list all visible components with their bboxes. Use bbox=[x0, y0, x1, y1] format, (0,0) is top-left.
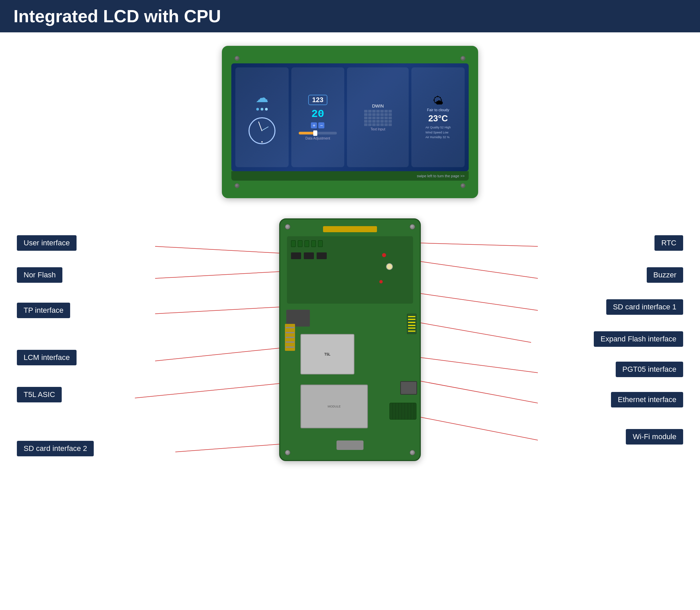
weather-stats: Air Quality 52 High Wind Speed Low Air H… bbox=[425, 125, 451, 140]
weather-temperature: 23°C bbox=[428, 113, 448, 124]
screw-br bbox=[461, 183, 465, 188]
air-quality: Air Quality 52 High bbox=[425, 125, 451, 130]
pcb-screw-bl bbox=[285, 450, 290, 455]
svg-line-7 bbox=[421, 261, 538, 278]
label-nor-flash: Nor Flash bbox=[17, 267, 62, 283]
svg-line-8 bbox=[421, 293, 538, 310]
pcb-top-connector bbox=[323, 226, 377, 232]
screw-tl bbox=[235, 56, 239, 61]
label-buzzer: Buzzer bbox=[647, 267, 683, 283]
svg-line-11 bbox=[421, 381, 538, 403]
label-pgt05: PGT05 interface bbox=[616, 362, 683, 377]
label-tp-interface: TP interface bbox=[17, 303, 70, 318]
wind-speed: Wind Speed Low bbox=[425, 130, 451, 135]
keyboard-grid bbox=[364, 110, 392, 126]
label-sd-card-1: SD card interface 1 bbox=[606, 299, 683, 315]
pcb-bottom-connector bbox=[337, 440, 363, 450]
screw-bl bbox=[235, 183, 239, 188]
svg-line-1 bbox=[155, 272, 279, 278]
svg-line-12 bbox=[421, 417, 538, 440]
lcd-bottom-bar: swipe left to turn the page >> bbox=[231, 171, 469, 181]
label-rtc: RTC bbox=[654, 235, 683, 251]
t5l-chip: T5L bbox=[300, 334, 354, 374]
page-header: Integrated LCD with CPU bbox=[0, 0, 700, 32]
page-title: Integrated LCD with CPU bbox=[14, 6, 221, 26]
lcd-section: ☁ 123 20 + − bbox=[0, 32, 700, 208]
lcd-panel-cloud: ☁ bbox=[235, 67, 289, 167]
label-sd-card-2: SD card interface 2 bbox=[17, 441, 94, 456]
lcd-panel-keyboard: DWIN Text Input bbox=[347, 67, 409, 167]
clock-display bbox=[249, 117, 276, 144]
lcd-panel-weather: 🌤 Fair to cloudy 23°C Air Quality 52 Hig… bbox=[411, 67, 465, 167]
svg-line-2 bbox=[155, 307, 279, 314]
label-wifi: Wi-Fi module bbox=[626, 429, 683, 445]
svg-line-6 bbox=[421, 243, 538, 246]
lcd-screen: ☁ 123 20 + − bbox=[231, 63, 469, 171]
label-expand-flash: Expand Flash interface bbox=[594, 331, 683, 347]
pcb-screw-tl bbox=[285, 224, 290, 229]
svg-line-5 bbox=[175, 444, 279, 452]
svg-line-0 bbox=[155, 246, 279, 253]
counter-label: Data Adjustment bbox=[306, 137, 330, 140]
label-user-interface: User interface bbox=[17, 235, 77, 251]
svg-line-3 bbox=[155, 348, 279, 361]
lcd-bottom-screws bbox=[231, 181, 469, 191]
pcb-screw-br bbox=[410, 450, 415, 455]
lcd-device: ☁ 123 20 + − bbox=[222, 46, 478, 198]
cloud-icon: ☁ bbox=[255, 90, 268, 105]
weather-icon: 🌤 bbox=[433, 95, 444, 107]
keyboard-sublabel: Text Input bbox=[371, 127, 385, 131]
pcb-outer: T5L MODULE bbox=[279, 219, 421, 461]
label-lcm-interface: LCM interface bbox=[17, 350, 77, 365]
counter-symbol: 123 bbox=[308, 95, 327, 105]
screw-tr bbox=[461, 56, 465, 61]
svg-line-4 bbox=[135, 384, 279, 398]
label-ethernet: Ethernet interface bbox=[611, 392, 683, 407]
weather-description: Fair to cloudy bbox=[427, 108, 449, 112]
counter-value: 20 bbox=[311, 108, 324, 120]
board-diagram: T5L MODULE bbox=[0, 208, 700, 589]
pcb-board: T5L MODULE bbox=[279, 219, 421, 461]
label-t5l-asic: T5L ASIC bbox=[17, 387, 62, 402]
lower-module: MODULE bbox=[300, 385, 368, 428]
keyboard-label: DWIN bbox=[372, 103, 384, 109]
lcd-top-screws bbox=[231, 53, 469, 63]
swipe-hint: swipe left to turn the page >> bbox=[417, 174, 465, 178]
humidity: Air Humidity 32 % bbox=[425, 135, 451, 140]
svg-line-10 bbox=[421, 357, 538, 373]
pcb-top-components bbox=[287, 236, 413, 304]
svg-line-9 bbox=[421, 323, 531, 342]
pcb-screw-tr bbox=[410, 224, 415, 229]
cloud-dots bbox=[256, 108, 268, 111]
lcd-panel-counter: 123 20 + − Data Adjustment bbox=[291, 67, 345, 167]
